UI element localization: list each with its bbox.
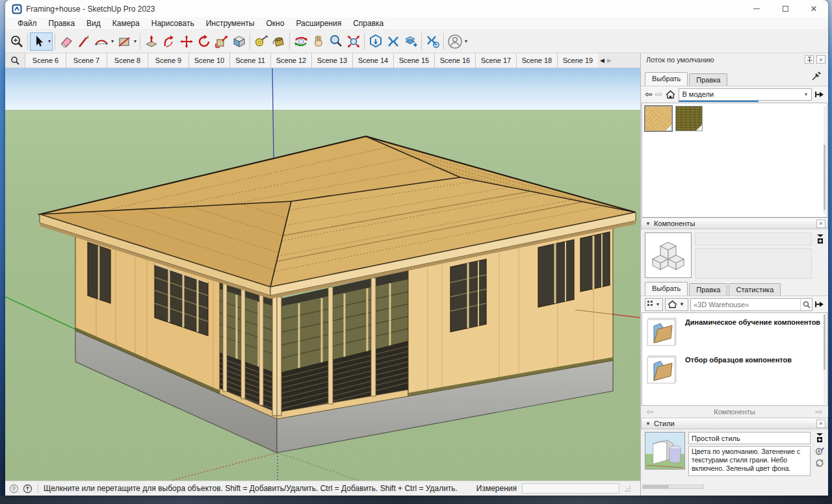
scene-tab[interactable]: Scene 8 xyxy=(107,53,148,68)
scene-tab[interactable]: Scene 11 xyxy=(229,53,270,68)
scene-tab[interactable]: Scene 17 xyxy=(475,53,516,68)
secondary-pane-icon[interactable] xyxy=(816,433,824,443)
components-back-icon[interactable]: ⇦ xyxy=(646,407,654,416)
menu-tools[interactable]: Инструменты xyxy=(200,18,261,29)
menu-extensions[interactable]: Расширения xyxy=(290,18,347,29)
components-tab-edit[interactable]: Правка xyxy=(689,283,727,296)
scene-tab[interactable]: Scene 16 xyxy=(434,53,475,68)
materials-collection-dropdown[interactable]: В модели ▼ xyxy=(679,88,812,101)
materials-scrollbar[interactable] xyxy=(824,106,826,214)
line-tool-icon[interactable] xyxy=(75,32,92,51)
components-tab-statistics[interactable]: Статистика xyxy=(729,283,781,296)
resize-grip[interactable] xyxy=(625,485,631,492)
secondary-pane-icon[interactable] xyxy=(816,234,824,244)
materials-tab-edit[interactable]: Правка xyxy=(689,73,727,86)
zoom-tool-icon[interactable] xyxy=(327,32,344,51)
material-swatch-dark-wood[interactable] xyxy=(675,106,703,131)
style-preview-thumbnail[interactable] xyxy=(645,432,685,470)
edit-style-icon[interactable] xyxy=(815,446,824,455)
solid-tools-icon[interactable] xyxy=(402,32,419,51)
menu-view[interactable]: Вид xyxy=(81,18,107,29)
scene-tab[interactable]: Scene 6 xyxy=(25,53,66,68)
style-name-field[interactable]: Простой стиль xyxy=(688,432,811,444)
scene-tab[interactable]: Scene 7 xyxy=(66,53,107,68)
extension-manager-icon[interactable] xyxy=(424,32,441,51)
maximize-button[interactable] xyxy=(771,0,800,18)
rectangle-tool-icon[interactable] xyxy=(115,32,133,51)
geolocation-icon[interactable] xyxy=(9,484,19,494)
menu-window[interactable]: Окно xyxy=(260,18,290,29)
components-panel-header[interactable]: ▼ Компоненты × xyxy=(641,218,828,229)
scene-search-icon[interactable] xyxy=(5,53,25,68)
components-home-icon[interactable]: ▼ xyxy=(665,298,688,311)
scene-tab[interactable]: Scene 12 xyxy=(270,53,311,68)
arc-tool-caret[interactable]: ▾ xyxy=(110,38,115,44)
scene-prev-icon[interactable]: ◀ xyxy=(600,57,604,64)
model-viewport[interactable] xyxy=(5,68,640,481)
menu-camera[interactable]: Камера xyxy=(107,18,146,29)
scene-tab[interactable]: Scene 15 xyxy=(393,53,434,68)
material-swatch-light-wood[interactable] xyxy=(645,106,672,131)
tray-header[interactable]: Лоток по умолчанию × xyxy=(641,53,828,66)
scale-tool-icon[interactable] xyxy=(213,32,230,51)
collapse-triangle-icon[interactable]: ▼ xyxy=(645,421,651,427)
orbit-icon[interactable] xyxy=(292,32,309,51)
styles-panel-header[interactable]: ▼ Стили × xyxy=(641,418,828,429)
tape-measure-icon[interactable] xyxy=(252,32,270,51)
rotate-tool-icon[interactable] xyxy=(195,32,213,51)
components-scrollbar[interactable] xyxy=(824,314,826,404)
search-icon[interactable] xyxy=(800,299,812,310)
zoom-extents-icon[interactable] xyxy=(344,32,362,51)
back-arrow-icon[interactable]: ⇦ xyxy=(645,90,653,99)
minimize-button[interactable] xyxy=(742,0,771,18)
help-info-icon[interactable] xyxy=(23,484,32,494)
close-button[interactable]: ✕ xyxy=(800,0,828,18)
components-close-icon[interactable]: × xyxy=(816,220,826,228)
scene-next-icon[interactable]: ▶ xyxy=(607,57,612,64)
tray-horizontal-scrollbar[interactable] xyxy=(642,485,704,489)
menu-draw[interactable]: Нарисовать xyxy=(146,18,200,29)
eyedropper-icon[interactable] xyxy=(811,71,822,84)
scene-tab[interactable]: Scene 9 xyxy=(148,53,188,68)
forward-arrow-icon[interactable]: ⇨ xyxy=(655,90,663,99)
scene-tab[interactable]: Scene 19 xyxy=(557,53,598,68)
eraser-icon[interactable] xyxy=(57,32,75,51)
components-details-arrow-icon[interactable] xyxy=(814,299,824,309)
styles-close-icon[interactable]: × xyxy=(816,420,826,428)
tray-close-icon[interactable]: × xyxy=(816,55,826,64)
materials-tab-select[interactable]: Выбрать xyxy=(645,72,688,86)
section-plane-icon[interactable] xyxy=(230,32,248,51)
titlebar[interactable]: Framing+house - SketchUp Pro 2023 ✕ xyxy=(5,0,828,18)
paint-bucket-icon[interactable] xyxy=(270,32,287,51)
pan-hand-icon[interactable] xyxy=(309,32,327,51)
components-tab-select[interactable]: Выбрать xyxy=(645,282,688,296)
components-search-box[interactable] xyxy=(690,298,812,311)
arc-tool-icon[interactable] xyxy=(92,32,110,51)
scene-tab[interactable]: Scene 10 xyxy=(188,53,229,68)
push-pull-icon[interactable] xyxy=(142,32,160,51)
move-tool-icon[interactable] xyxy=(177,32,195,51)
menu-file[interactable]: Файл xyxy=(12,18,43,29)
scene-tab[interactable]: Scene 18 xyxy=(516,53,557,68)
details-arrow-icon[interactable] xyxy=(814,90,824,99)
list-item[interactable]: Отбор образцов компонентов xyxy=(646,355,823,384)
scene-tab[interactable]: Scene 13 xyxy=(311,53,352,68)
account-caret[interactable]: ▾ xyxy=(463,38,469,44)
menu-edit[interactable]: Правка xyxy=(43,18,81,29)
select-tool-active[interactable]: ▾ xyxy=(30,32,53,51)
rectangle-tool-caret[interactable]: ▾ xyxy=(133,38,138,44)
flip-icon[interactable] xyxy=(384,32,402,51)
scene-tab[interactable]: Scene 14 xyxy=(352,53,393,68)
zoom-window-icon[interactable] xyxy=(8,32,25,51)
list-item[interactable]: Динамическое обучение компонентов xyxy=(646,317,823,347)
measurements-input[interactable] xyxy=(522,483,619,494)
view-options-icon[interactable]: ▾ xyxy=(645,298,663,311)
components-search-input[interactable] xyxy=(691,301,800,309)
select-arrow-icon[interactable] xyxy=(31,32,47,51)
select-tool-caret[interactable]: ▾ xyxy=(47,38,52,44)
style-description-field[interactable]: Цвета по умолчанию. Затенение с текстура… xyxy=(688,446,811,476)
home-icon[interactable] xyxy=(665,90,676,99)
extension-warehouse-icon[interactable] xyxy=(367,32,384,51)
components-forward-icon[interactable]: ⇨ xyxy=(815,407,823,416)
refresh-icon[interactable] xyxy=(815,459,824,468)
